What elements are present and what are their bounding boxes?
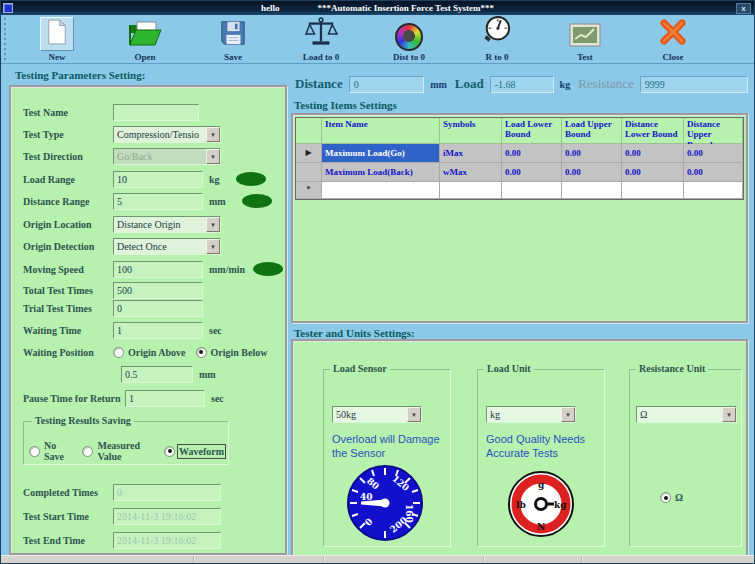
origin-detection-value: Detect Once (114, 241, 206, 252)
unit-dial-icon: g lb kg N (507, 470, 575, 542)
chart-picture-icon (569, 23, 601, 51)
test-end-time-output (113, 532, 221, 549)
results-saving-group: Testing Results Saving No Save Measured … (23, 421, 229, 465)
readouts-bar: Distance 0 mm Load -1.68 kg Resistance 9… (295, 74, 748, 94)
table-cell-distance-upper[interactable] (684, 182, 743, 199)
load-sensor-note: Overload will Damage the Sensor (332, 432, 440, 461)
moving-speed-unit: mm/min (209, 264, 245, 275)
column-header[interactable]: Distance Upper Bound (684, 118, 743, 144)
origin-above-label: Origin Above (128, 347, 186, 358)
row-selector[interactable] (296, 163, 322, 182)
test-type-select[interactable]: Compression/Tensio ▼ (113, 126, 221, 143)
origin-location-label: Origin Location (23, 219, 113, 230)
moving-speed-label: Moving Speed (23, 264, 113, 275)
completed-times-output (113, 484, 221, 501)
chevron-down-icon[interactable]: ▼ (206, 127, 220, 142)
resistance-unit-value: Ω (637, 409, 722, 420)
moving-speed-indicator (253, 262, 283, 276)
measured-value-radio[interactable] (82, 446, 93, 457)
distance-range-input[interactable] (113, 193, 203, 210)
table-cell-symbol[interactable]: wMax (440, 163, 502, 182)
svg-text:lb: lb (516, 500, 526, 510)
chevron-down-icon[interactable]: ▼ (407, 407, 421, 422)
no-save-radio[interactable] (29, 446, 40, 457)
toolbar-button-open[interactable]: Open (101, 16, 189, 62)
table-cell-load-lower[interactable]: 0.00 (502, 144, 562, 163)
toolbar-button-dist-to-0[interactable]: Dist to 0 (365, 16, 453, 62)
toolbar-grip[interactable] (4, 18, 9, 60)
table-cell-load-upper[interactable]: 0.00 (562, 144, 622, 163)
row-selector[interactable]: ▶ (296, 144, 322, 163)
origin-location-value: Distance Origin (114, 219, 206, 230)
chevron-down-icon[interactable]: ▼ (206, 217, 220, 232)
load-unit-select[interactable]: kg ▼ (486, 406, 576, 423)
waveform-label: Waveform (179, 446, 224, 457)
origin-below-radio[interactable] (196, 347, 207, 358)
waiting-time-input[interactable] (113, 322, 203, 339)
table-cell-load-lower[interactable]: 0.00 (502, 163, 562, 182)
column-header[interactable]: Distance Lower Bound (622, 118, 684, 144)
table-cell-distance-lower[interactable]: 0.00 (622, 144, 684, 163)
table-cell-symbol[interactable]: iMax (440, 144, 502, 163)
ohm-radio[interactable] (660, 492, 671, 503)
trial-test-times-input[interactable] (113, 300, 203, 317)
toolbar-button-r-to-0[interactable]: R to 0 (453, 16, 541, 62)
table-cell-distance-lower[interactable] (622, 182, 684, 199)
pause-time-input[interactable] (125, 390, 205, 407)
resistance-readout-label: Resistance (578, 76, 634, 92)
chevron-down-icon[interactable]: ▼ (722, 407, 736, 422)
table-cell-symbol[interactable] (440, 182, 502, 199)
table-cell-item-name[interactable]: Maximum Load(Go) (322, 144, 440, 163)
waiting-position-row: Waiting Position Origin Above Origin Bel… (23, 343, 277, 361)
chevron-down-icon: ▼ (206, 149, 220, 164)
chevron-down-icon[interactable]: ▼ (561, 407, 575, 422)
toolbar-button-save[interactable]: Save (189, 16, 277, 62)
toolbar-button-new[interactable]: New (13, 16, 101, 62)
column-header[interactable]: Item Name (322, 118, 440, 144)
test-start-time-row: Test Start Time (23, 507, 221, 525)
toolbar-button-close[interactable]: Close (629, 16, 717, 62)
table-cell-item-name[interactable]: Maximum Load(Back) (322, 163, 440, 182)
table-cell-distance-upper[interactable]: 0.00 (684, 144, 743, 163)
origin-location-select[interactable]: Distance Origin ▼ (113, 216, 221, 233)
resistance-unit-select[interactable]: Ω ▼ (636, 406, 737, 423)
load-sensor-select[interactable]: 50kg ▼ (332, 406, 422, 423)
column-header[interactable]: Load Upper Bound (562, 118, 622, 144)
table-cell-load-lower[interactable] (502, 182, 562, 199)
waveform-radio[interactable] (164, 446, 175, 457)
items-table: Item Name Symbols Load Lower Bound Load … (295, 117, 744, 200)
moving-speed-input[interactable] (113, 261, 203, 278)
origin-above-radio[interactable] (113, 347, 124, 358)
origin-detection-row: Origin Detection Detect Once ▼ (23, 237, 221, 255)
completed-times-row: Completed Times (23, 483, 221, 501)
titlebar-close-button[interactable]: x (736, 3, 751, 14)
table-cell-distance-upper[interactable]: 0.00 (684, 163, 743, 182)
table-cell-distance-lower[interactable]: 0.00 (622, 163, 684, 182)
waiting-position-label: Waiting Position (23, 347, 113, 358)
chevron-down-icon[interactable]: ▼ (206, 239, 220, 254)
table-cell-item-name[interactable] (322, 182, 440, 199)
origin-below-label: Origin Below (211, 347, 268, 358)
items-table-panel: Item Name Symbols Load Lower Bound Load … (291, 113, 748, 323)
distance-range-unit: mm (209, 196, 226, 207)
table-cell-load-upper[interactable] (562, 182, 622, 199)
trial-test-times-row: Trial Test Times (23, 299, 203, 317)
toolbar-button-load-to-0[interactable]: Load to 0 (277, 16, 365, 62)
test-start-time-output (113, 508, 221, 525)
origin-detection-select[interactable]: Detect Once ▼ (113, 238, 221, 255)
column-header[interactable]: Symbols (440, 118, 502, 144)
distance-readout-unit: mm (430, 79, 447, 90)
column-header[interactable]: Load Lower Bound (502, 118, 562, 144)
load-readout-unit: kg (560, 79, 571, 90)
total-test-times-input[interactable] (113, 282, 203, 299)
test-direction-row: Test Direction Go/Back ▼ (23, 147, 221, 165)
waiting-offset-input[interactable] (121, 366, 193, 383)
load-range-input[interactable] (113, 171, 203, 188)
new-row-selector[interactable]: * (296, 182, 322, 199)
test-name-input[interactable] (113, 104, 199, 121)
ohm-radio-label: Ω (675, 492, 683, 503)
test-name-label: Test Name (23, 107, 113, 118)
toolbar-button-label: R to 0 (486, 52, 509, 62)
toolbar-button-test[interactable]: Test (541, 16, 629, 62)
table-cell-load-upper[interactable]: 0.00 (562, 163, 622, 182)
